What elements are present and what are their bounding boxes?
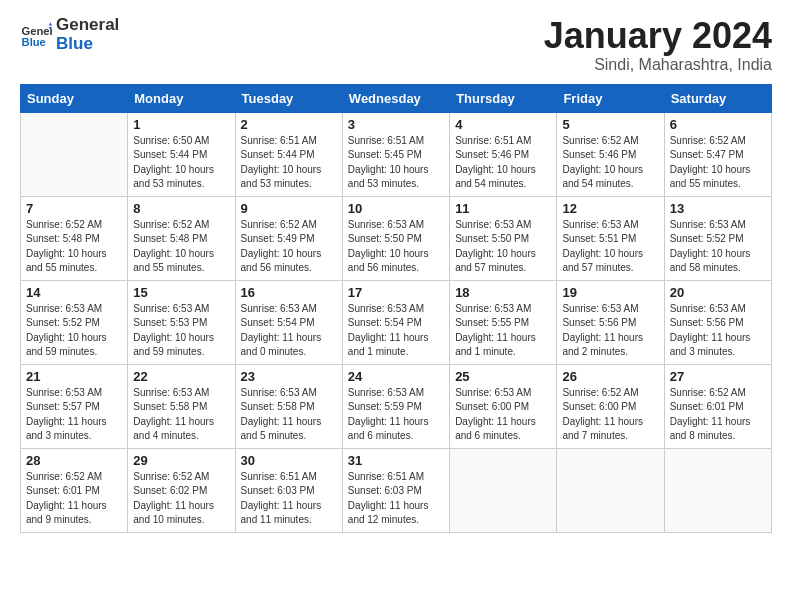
cell-info: Sunrise: 6:53 AM Sunset: 6:00 PM Dayligh… xyxy=(455,386,551,444)
logo: General Blue General Blue xyxy=(20,16,119,53)
week-row-2: 7Sunrise: 6:52 AM Sunset: 5:48 PM Daylig… xyxy=(21,196,772,280)
svg-text:Blue: Blue xyxy=(22,36,46,48)
calendar-cell: 22Sunrise: 6:53 AM Sunset: 5:58 PM Dayli… xyxy=(128,364,235,448)
day-number: 19 xyxy=(562,285,658,300)
calendar-cell: 6Sunrise: 6:52 AM Sunset: 5:47 PM Daylig… xyxy=(664,112,771,196)
week-row-1: 1Sunrise: 6:50 AM Sunset: 5:44 PM Daylig… xyxy=(21,112,772,196)
calendar-cell xyxy=(557,448,664,532)
cell-info: Sunrise: 6:53 AM Sunset: 5:52 PM Dayligh… xyxy=(670,218,766,276)
cell-info: Sunrise: 6:52 AM Sunset: 6:02 PM Dayligh… xyxy=(133,470,229,528)
day-number: 1 xyxy=(133,117,229,132)
calendar-cell xyxy=(21,112,128,196)
day-number: 28 xyxy=(26,453,122,468)
weekday-header-tuesday: Tuesday xyxy=(235,84,342,112)
day-number: 29 xyxy=(133,453,229,468)
svg-marker-2 xyxy=(49,22,52,25)
calendar-cell xyxy=(664,448,771,532)
cell-info: Sunrise: 6:53 AM Sunset: 5:54 PM Dayligh… xyxy=(348,302,444,360)
calendar-cell: 9Sunrise: 6:52 AM Sunset: 5:49 PM Daylig… xyxy=(235,196,342,280)
calendar-cell: 31Sunrise: 6:51 AM Sunset: 6:03 PM Dayli… xyxy=(342,448,449,532)
weekday-header-sunday: Sunday xyxy=(21,84,128,112)
calendar-cell: 8Sunrise: 6:52 AM Sunset: 5:48 PM Daylig… xyxy=(128,196,235,280)
main-title: January 2024 xyxy=(544,16,772,56)
cell-info: Sunrise: 6:52 AM Sunset: 5:48 PM Dayligh… xyxy=(26,218,122,276)
calendar-cell: 20Sunrise: 6:53 AM Sunset: 5:56 PM Dayli… xyxy=(664,280,771,364)
calendar-cell: 11Sunrise: 6:53 AM Sunset: 5:50 PM Dayli… xyxy=(450,196,557,280)
day-number: 11 xyxy=(455,201,551,216)
weekday-header-row: SundayMondayTuesdayWednesdayThursdayFrid… xyxy=(21,84,772,112)
cell-info: Sunrise: 6:53 AM Sunset: 5:58 PM Dayligh… xyxy=(133,386,229,444)
day-number: 21 xyxy=(26,369,122,384)
cell-info: Sunrise: 6:53 AM Sunset: 5:57 PM Dayligh… xyxy=(26,386,122,444)
cell-info: Sunrise: 6:52 AM Sunset: 5:46 PM Dayligh… xyxy=(562,134,658,192)
logo-general-text: General xyxy=(56,16,119,35)
logo-blue-text: Blue xyxy=(56,35,119,54)
day-number: 2 xyxy=(241,117,337,132)
day-number: 8 xyxy=(133,201,229,216)
day-number: 15 xyxy=(133,285,229,300)
cell-info: Sunrise: 6:53 AM Sunset: 5:59 PM Dayligh… xyxy=(348,386,444,444)
cell-info: Sunrise: 6:53 AM Sunset: 5:52 PM Dayligh… xyxy=(26,302,122,360)
week-row-3: 14Sunrise: 6:53 AM Sunset: 5:52 PM Dayli… xyxy=(21,280,772,364)
cell-info: Sunrise: 6:50 AM Sunset: 5:44 PM Dayligh… xyxy=(133,134,229,192)
week-row-5: 28Sunrise: 6:52 AM Sunset: 6:01 PM Dayli… xyxy=(21,448,772,532)
calendar-cell: 7Sunrise: 6:52 AM Sunset: 5:48 PM Daylig… xyxy=(21,196,128,280)
calendar-cell: 28Sunrise: 6:52 AM Sunset: 6:01 PM Dayli… xyxy=(21,448,128,532)
cell-info: Sunrise: 6:53 AM Sunset: 5:58 PM Dayligh… xyxy=(241,386,337,444)
header: General Blue General Blue January 2024 S… xyxy=(20,16,772,74)
calendar-cell: 24Sunrise: 6:53 AM Sunset: 5:59 PM Dayli… xyxy=(342,364,449,448)
calendar-cell: 12Sunrise: 6:53 AM Sunset: 5:51 PM Dayli… xyxy=(557,196,664,280)
calendar-cell: 16Sunrise: 6:53 AM Sunset: 5:54 PM Dayli… xyxy=(235,280,342,364)
week-row-4: 21Sunrise: 6:53 AM Sunset: 5:57 PM Dayli… xyxy=(21,364,772,448)
day-number: 20 xyxy=(670,285,766,300)
logo-icon: General Blue xyxy=(20,19,52,51)
cell-info: Sunrise: 6:53 AM Sunset: 5:55 PM Dayligh… xyxy=(455,302,551,360)
title-area: January 2024 Sindi, Maharashtra, India xyxy=(544,16,772,74)
day-number: 24 xyxy=(348,369,444,384)
calendar-cell: 21Sunrise: 6:53 AM Sunset: 5:57 PM Dayli… xyxy=(21,364,128,448)
day-number: 13 xyxy=(670,201,766,216)
calendar-cell: 10Sunrise: 6:53 AM Sunset: 5:50 PM Dayli… xyxy=(342,196,449,280)
day-number: 31 xyxy=(348,453,444,468)
cell-info: Sunrise: 6:52 AM Sunset: 6:01 PM Dayligh… xyxy=(670,386,766,444)
day-number: 6 xyxy=(670,117,766,132)
calendar-cell: 18Sunrise: 6:53 AM Sunset: 5:55 PM Dayli… xyxy=(450,280,557,364)
day-number: 5 xyxy=(562,117,658,132)
cell-info: Sunrise: 6:51 AM Sunset: 5:44 PM Dayligh… xyxy=(241,134,337,192)
calendar-cell: 26Sunrise: 6:52 AM Sunset: 6:00 PM Dayli… xyxy=(557,364,664,448)
day-number: 26 xyxy=(562,369,658,384)
day-number: 3 xyxy=(348,117,444,132)
cell-info: Sunrise: 6:51 AM Sunset: 5:46 PM Dayligh… xyxy=(455,134,551,192)
day-number: 23 xyxy=(241,369,337,384)
calendar-cell: 23Sunrise: 6:53 AM Sunset: 5:58 PM Dayli… xyxy=(235,364,342,448)
weekday-header-thursday: Thursday xyxy=(450,84,557,112)
cell-info: Sunrise: 6:53 AM Sunset: 5:56 PM Dayligh… xyxy=(562,302,658,360)
day-number: 27 xyxy=(670,369,766,384)
cell-info: Sunrise: 6:51 AM Sunset: 6:03 PM Dayligh… xyxy=(348,470,444,528)
calendar-cell: 3Sunrise: 6:51 AM Sunset: 5:45 PM Daylig… xyxy=(342,112,449,196)
day-number: 12 xyxy=(562,201,658,216)
calendar-cell: 19Sunrise: 6:53 AM Sunset: 5:56 PM Dayli… xyxy=(557,280,664,364)
calendar-cell: 27Sunrise: 6:52 AM Sunset: 6:01 PM Dayli… xyxy=(664,364,771,448)
day-number: 9 xyxy=(241,201,337,216)
calendar-cell: 2Sunrise: 6:51 AM Sunset: 5:44 PM Daylig… xyxy=(235,112,342,196)
weekday-header-friday: Friday xyxy=(557,84,664,112)
calendar-cell: 15Sunrise: 6:53 AM Sunset: 5:53 PM Dayli… xyxy=(128,280,235,364)
cell-info: Sunrise: 6:53 AM Sunset: 5:53 PM Dayligh… xyxy=(133,302,229,360)
cell-info: Sunrise: 6:52 AM Sunset: 5:48 PM Dayligh… xyxy=(133,218,229,276)
cell-info: Sunrise: 6:53 AM Sunset: 5:50 PM Dayligh… xyxy=(455,218,551,276)
day-number: 17 xyxy=(348,285,444,300)
calendar-cell: 4Sunrise: 6:51 AM Sunset: 5:46 PM Daylig… xyxy=(450,112,557,196)
calendar-cell: 1Sunrise: 6:50 AM Sunset: 5:44 PM Daylig… xyxy=(128,112,235,196)
calendar-cell: 13Sunrise: 6:53 AM Sunset: 5:52 PM Dayli… xyxy=(664,196,771,280)
cell-info: Sunrise: 6:53 AM Sunset: 5:50 PM Dayligh… xyxy=(348,218,444,276)
calendar-cell: 29Sunrise: 6:52 AM Sunset: 6:02 PM Dayli… xyxy=(128,448,235,532)
cell-info: Sunrise: 6:53 AM Sunset: 5:51 PM Dayligh… xyxy=(562,218,658,276)
day-number: 14 xyxy=(26,285,122,300)
cell-info: Sunrise: 6:53 AM Sunset: 5:54 PM Dayligh… xyxy=(241,302,337,360)
weekday-header-monday: Monday xyxy=(128,84,235,112)
cell-info: Sunrise: 6:52 AM Sunset: 6:00 PM Dayligh… xyxy=(562,386,658,444)
day-number: 7 xyxy=(26,201,122,216)
cell-info: Sunrise: 6:52 AM Sunset: 6:01 PM Dayligh… xyxy=(26,470,122,528)
day-number: 30 xyxy=(241,453,337,468)
